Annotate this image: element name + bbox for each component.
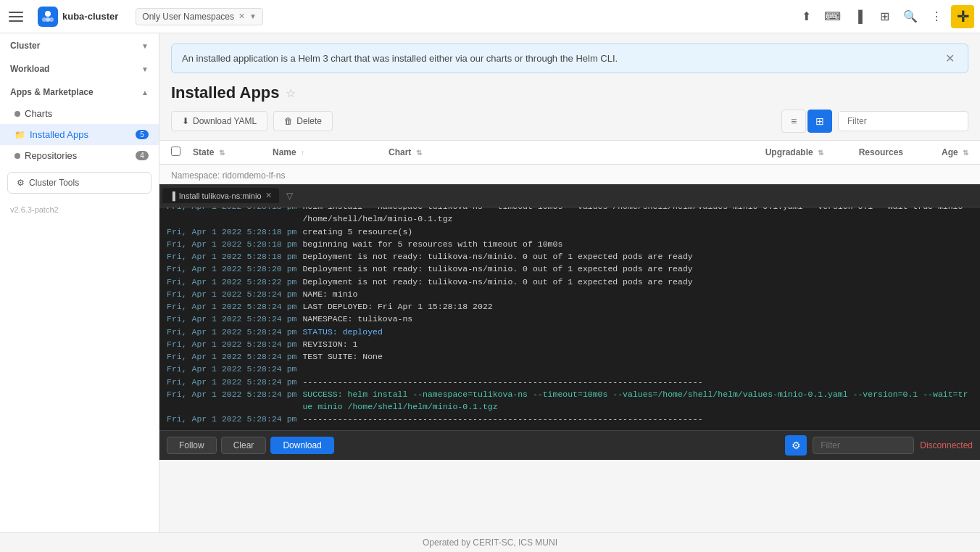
workload-chevron-icon: ▼	[141, 65, 149, 73]
log-line: Fri, Apr 1 2022 5:28:24 pm--------------…	[167, 413, 973, 425]
svg-point-3	[49, 17, 54, 22]
state-sort-icon: ⇅	[219, 149, 225, 157]
more-icon[interactable]: ⋮	[925, 5, 948, 28]
repositories-dot-icon	[14, 153, 20, 159]
sidebar-apps-header[interactable]: Apps & Marketplace ▲	[0, 80, 159, 103]
menu-icon[interactable]	[6, 7, 26, 27]
sidebar-item-charts[interactable]: Charts	[0, 103, 159, 124]
select-all-check[interactable]	[171, 147, 180, 156]
main-layout: Cluster ▼ Workload ▼ Apps & Marketplace …	[0, 33, 980, 532]
log-time: Fri, Apr 1 2022 5:28:24 pm	[167, 338, 296, 350]
terminal-tab-icon: ▐	[170, 191, 175, 200]
log-time: Fri, Apr 1 2022 5:28:24 pm	[167, 300, 296, 313]
terminal-content: Fri, Apr 1 2022 5:28:18 pmhelm install -…	[159, 207, 980, 430]
log-time: Fri, Apr 1 2022 5:28:18 pm	[167, 250, 296, 263]
version-label: v2.6.3-patch2	[0, 199, 159, 220]
namespace-filter-close[interactable]: ✕	[238, 12, 245, 21]
log-message: TEST SUITE: None	[302, 350, 382, 363]
charts-dot-icon	[14, 111, 20, 117]
terminal-tab[interactable]: ▐ Install tulikova-ns:minio ✕	[162, 188, 279, 203]
name-sort-icon: ↑	[301, 149, 304, 157]
download-yaml-icon: ⬇	[182, 116, 189, 126]
sidebar-item-installed-apps[interactable]: 📁 Installed Apps 5	[0, 124, 159, 145]
list-view-button[interactable]: ≡	[781, 110, 806, 133]
sidebar-cluster-header[interactable]: Cluster ▼	[0, 33, 159, 57]
filter-input[interactable]	[838, 111, 968, 131]
upgradable-col-header[interactable]: Upgradable ⇅	[722, 147, 823, 157]
search-icon[interactable]: 🔍	[899, 5, 922, 28]
topbar: kuba-cluster Only User Namespaces ✕ ▼ ⬆ …	[0, 0, 980, 33]
name-col-header[interactable]: Name ↑	[273, 147, 389, 157]
terminal-footer-left: Follow Clear Download	[167, 437, 334, 454]
view-toggle: ≡ ⊞	[781, 110, 832, 133]
log-line: Fri, Apr 1 2022 5:28:18 pmcreating 5 res…	[167, 226, 973, 238]
upgradable-sort-icon: ⇅	[818, 149, 823, 157]
log-message: LAST DEPLOYED: Fri Apr 1 15:28:18 2022	[302, 300, 492, 313]
log-time: Fri, Apr 1 2022 5:28:24 pm	[167, 288, 296, 300]
log-time: Fri, Apr 1 2022 5:28:24 pm	[167, 388, 296, 413]
terminal-filter-input[interactable]	[813, 437, 914, 454]
terminal-icon[interactable]: ⌨	[821, 5, 844, 28]
kubesail-plus-icon: ✛	[957, 9, 969, 24]
installed-apps-folder-icon: 📁	[14, 130, 25, 140]
state-col-header[interactable]: State ⇅	[193, 147, 273, 157]
sidebar-workload-section: Workload ▼	[0, 57, 159, 80]
clear-button[interactable]: Clear	[221, 437, 267, 454]
topbar-actions: ⬆ ⌨ ▐ ⊞ 🔍 ⋮ ✛	[794, 5, 974, 28]
terminal-chevron-icon[interactable]: ▽	[283, 188, 296, 204]
download-yaml-button[interactable]: ⬇ Download YAML	[171, 111, 267, 131]
select-all-checkbox[interactable]	[171, 147, 193, 158]
delete-button[interactable]: 🗑 Delete	[273, 111, 333, 131]
favorite-star-icon[interactable]: ☆	[286, 86, 296, 100]
terminal-settings-button[interactable]: ⚙	[785, 435, 807, 456]
cluster-name-label: kuba-cluster	[62, 11, 118, 22]
log-line: Fri, Apr 1 2022 5:28:24 pmNAMESPACE: tul…	[167, 313, 973, 325]
log-message: Deployment is not ready: tulikova-ns/min…	[302, 250, 692, 263]
svg-point-0	[45, 11, 51, 17]
namespace-filter[interactable]: Only User Namespaces ✕ ▼	[136, 8, 263, 25]
log-line: Fri, Apr 1 2022 5:28:22 pmDeployment is …	[167, 276, 973, 288]
log-message: REVISION: 1	[302, 338, 357, 350]
delete-icon: 🗑	[284, 116, 293, 126]
log-line: Fri, Apr 1 2022 5:28:24 pmTEST SUITE: No…	[167, 350, 973, 363]
cluster-tools-button[interactable]: ⚙ Cluster Tools	[7, 172, 151, 194]
page-title: Installed Apps	[171, 83, 280, 102]
log-line: Fri, Apr 1 2022 5:28:24 pm	[167, 363, 973, 375]
terminal-footer: Follow Clear Download ⚙ Disconnected	[159, 430, 980, 460]
log-time: Fri, Apr 1 2022 5:28:24 pm	[167, 350, 296, 363]
log-message: helm install --namespace=tulikova-ns --t…	[302, 207, 973, 226]
log-line: Fri, Apr 1 2022 5:28:24 pmSUCCESS: helm …	[167, 388, 973, 413]
logo-area: kuba-cluster	[32, 4, 124, 30]
log-line: Fri, Apr 1 2022 5:28:24 pm--------------…	[167, 376, 973, 388]
upload-icon[interactable]: ⬆	[794, 5, 818, 28]
table-header: State ⇅ Name ↑ Chart ⇅ Upgradable ⇅ Reso…	[159, 140, 980, 165]
log-time: Fri, Apr 1 2022 5:28:24 pm	[167, 313, 296, 325]
sidebar-workload-header[interactable]: Workload ▼	[0, 57, 159, 80]
age-col-header[interactable]: Age ⇅	[903, 147, 968, 157]
follow-button[interactable]: Follow	[167, 437, 217, 454]
log-time: Fri, Apr 1 2022 5:28:20 pm	[167, 263, 296, 275]
log-message: SUCCESS: helm install --namespace=tuliko…	[302, 388, 973, 413]
battery-icon[interactable]: ▐	[847, 5, 870, 28]
resources-col-header: Resources	[823, 147, 903, 157]
grid-icon[interactable]: ⊞	[873, 5, 896, 28]
log-message: NAMESPACE: tulikova-ns	[302, 313, 412, 325]
sidebar-item-repositories[interactable]: Repositories 4	[0, 145, 159, 166]
grid-view-button[interactable]: ⊞	[807, 110, 832, 133]
namespace-filter-chevron: ▼	[249, 12, 257, 20]
log-line: Fri, Apr 1 2022 5:28:24 pmLAST DEPLOYED:…	[167, 300, 973, 313]
log-time: Fri, Apr 1 2022 5:28:24 pm	[167, 326, 296, 338]
log-time: Fri, Apr 1 2022 5:28:24 pm	[167, 376, 296, 388]
terminal-tab-close[interactable]: ✕	[265, 191, 272, 200]
sidebar-apps-section: Apps & Marketplace ▲ Charts 📁 Installed …	[0, 80, 159, 166]
log-time: Fri, Apr 1 2022 5:28:22 pm	[167, 276, 296, 288]
log-message: beginning wait for 5 resources with time…	[302, 238, 562, 250]
banner-close-button[interactable]: ✕	[942, 52, 958, 65]
gear-icon: ⚙	[17, 178, 25, 188]
log-message: Deployment is not ready: tulikova-ns/min…	[302, 263, 692, 275]
terminal-panel: ▐ Install tulikova-ns:minio ✕ ▽ Fri, Apr…	[159, 184, 980, 460]
terminal-tab-bar: ▐ Install tulikova-ns:minio ✕ ▽	[159, 184, 980, 207]
log-message: NAME: minio	[302, 288, 357, 300]
chart-col-header[interactable]: Chart ⇅	[389, 147, 722, 157]
download-button[interactable]: Download	[270, 437, 333, 454]
